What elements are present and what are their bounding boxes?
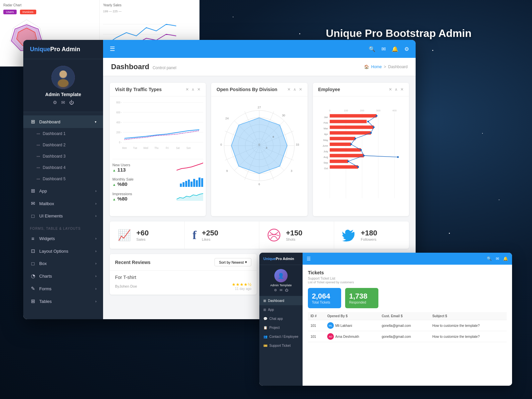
sidebar-item-dashboard1[interactable]: ••• Dashboard 1: [23, 128, 103, 139]
sidebar-item-dashboard4[interactable]: ••• Dashboard 4: [23, 162, 103, 173]
col-subject: Subject $: [430, 312, 507, 320]
second-mail-icon[interactable]: ✉: [280, 288, 282, 292]
menu-toggle-icon[interactable]: ☰: [110, 45, 115, 53]
layout-icon: ⊡: [30, 248, 36, 254]
settings-icon[interactable]: ⚙: [404, 46, 409, 52]
stat-twitter: +180 Followers: [334, 221, 409, 249]
sidebar-item-tables[interactable]: ⊞ Tables ›: [23, 295, 103, 308]
star-deco: [482, 133, 483, 134]
sales-label: Sales: [136, 237, 149, 241]
user-avatar: AD: [327, 333, 334, 340]
card-expand-icon[interactable]: ✕: [400, 87, 404, 92]
sort-button[interactable]: Sort by Newest ▾: [214, 258, 251, 266]
second-brand: UniquePro Admin: [259, 253, 303, 265]
svg-text:27: 27: [258, 106, 261, 109]
star-deco: [299, 33, 300, 34]
sidebar-item-dashboard5[interactable]: ••• Dashboard 5: [23, 173, 103, 185]
fb-value: +250: [202, 229, 218, 237]
profile-name: Admin Template: [45, 92, 81, 97]
ticket-id: 101: [308, 320, 325, 331]
svg-rect-75: [330, 137, 355, 140]
widgets-label: Widgets: [39, 236, 55, 241]
sidebar-item-forms[interactable]: ✎ Forms ›: [23, 282, 103, 295]
card-collapse-icon[interactable]: ∧: [395, 87, 398, 92]
card-close-icon[interactable]: ✕: [287, 87, 291, 92]
svg-text:6: 6: [259, 183, 260, 186]
second-menu-project[interactable]: 📋 Project: [259, 323, 303, 332]
card-close-icon[interactable]: ✕: [389, 87, 392, 92]
second-avatar: 👤: [274, 269, 288, 282]
profile-mail-icon[interactable]: ✉: [61, 100, 65, 105]
bell-icon[interactable]: 🔔: [392, 46, 398, 52]
svg-point-89: [370, 132, 372, 134]
second-topbar-icons: 🔍 ✉ 🔔: [487, 256, 508, 261]
charts-icon: ◔: [30, 273, 36, 279]
employee-title: Employee: [318, 87, 340, 92]
search-icon[interactable]: 🔍: [369, 46, 375, 52]
dribbble-value: +150: [286, 229, 303, 237]
sidebar-item-dashboard2[interactable]: ••• Dashboard 2: [23, 139, 103, 151]
visit-traffic-title: Visit By Traffic Types: [115, 87, 162, 92]
card-expand-icon[interactable]: ✕: [197, 87, 200, 92]
sidebar-item-widgets[interactable]: ≡ Widgets ›: [23, 232, 103, 245]
svg-text:July: July: [324, 150, 328, 153]
sidebar-item-ui[interactable]: □ UI Elements ›: [23, 210, 103, 222]
dropdown-arrow: ▾: [245, 260, 247, 264]
sidebar-item-box[interactable]: □ Box ›: [23, 257, 103, 270]
sub-dots: •••: [37, 143, 40, 147]
svg-text:Mon: Mon: [122, 146, 127, 150]
second-settings-icon[interactable]: ⚙: [274, 288, 277, 292]
svg-point-92: [360, 149, 362, 151]
sidebar-item-mailbox[interactable]: ✉ Mailbox ›: [23, 197, 103, 210]
star-deco: [233, 17, 233, 17]
svg-text:8: 8: [273, 135, 274, 138]
card-expand-icon[interactable]: ✕: [299, 87, 302, 92]
brand-highlight: Unique: [30, 46, 50, 53]
app-label: App: [39, 189, 47, 194]
mockup-badge-users: Users: [3, 10, 17, 14]
profile-settings-icon[interactable]: ⚙: [53, 100, 57, 105]
visit-traffic-chart: 800 - 600 - 400 - 200 - 0 - Mon: [112, 99, 203, 159]
second-menu-dashboard[interactable]: ⊞ Dashboard: [259, 296, 303, 305]
ui-icon: □: [30, 213, 36, 219]
dashboard-arrow: ▾: [95, 120, 96, 124]
total-tickets-label: Total Tickets: [312, 301, 337, 304]
dashboard3-label: Dashboard 3: [43, 154, 66, 159]
card-collapse-icon[interactable]: ∧: [293, 87, 296, 92]
layout-label: Layout Options: [39, 249, 68, 254]
topbar-icons: 🔍 ✉ 🔔 ⚙: [369, 46, 409, 52]
sidebar-item-layout[interactable]: ⊡ Layout Options ›: [23, 245, 103, 257]
svg-point-90: [354, 138, 356, 139]
second-mail-nav-icon[interactable]: ✉: [496, 256, 499, 261]
reviews-card: Recent Reviews Sort by Newest ▾ For T-sh…: [110, 254, 257, 295]
sidebar-item-charts[interactable]: ◔ Charts ›: [23, 270, 103, 282]
ui-arrow: ›: [95, 214, 96, 218]
card-close-icon[interactable]: ✕: [186, 87, 189, 92]
second-menu-ticket[interactable]: 🎫 Support Ticket: [259, 341, 303, 350]
second-menu-chat[interactable]: 💬 Chat app: [259, 314, 303, 323]
mail-icon[interactable]: ✉: [381, 46, 386, 52]
second-menu-app[interactable]: ⊞ App: [259, 305, 303, 314]
svg-text:200 -: 200 -: [116, 131, 122, 134]
col-opened-by: Opened By $: [325, 312, 379, 320]
box-arrow: ›: [95, 262, 96, 265]
profile-power-icon[interactable]: ⏻: [69, 100, 74, 105]
table-row: 101 AD Arna Deshmukh gonella@gmail.com H…: [308, 331, 507, 342]
review-item: For T-shirt ByJohen Doe ★★★★½ 11 day ago: [115, 275, 251, 291]
card-collapse-icon[interactable]: ∧: [192, 87, 195, 92]
svg-text:Wed: Wed: [143, 146, 148, 150]
mini-stats-section: New Users ▲ 113: [112, 159, 203, 202]
svg-point-88: [373, 126, 374, 128]
responded-value: 1,738: [349, 292, 374, 301]
sidebar-item-dashboard3[interactable]: ••• Dashboard 3: [23, 151, 103, 162]
review-rating-section: ★★★★½ 11 day ago: [232, 282, 251, 291]
charts-arrow: ›: [95, 274, 96, 278]
sidebar-item-dashboard[interactable]: ⊞ Dashboard ▾: [23, 115, 103, 128]
second-power-icon[interactable]: ⏻: [285, 288, 288, 292]
second-menu-contact[interactable]: 👥 Contact / Employee: [259, 332, 303, 341]
forms-arrow: ›: [95, 287, 96, 291]
second-menu-toggle[interactable]: ☰: [307, 256, 311, 261]
second-search-icon[interactable]: 🔍: [487, 256, 492, 261]
sidebar-item-app[interactable]: ⊞ App ›: [23, 185, 103, 197]
second-bell-icon[interactable]: 🔔: [503, 256, 508, 261]
